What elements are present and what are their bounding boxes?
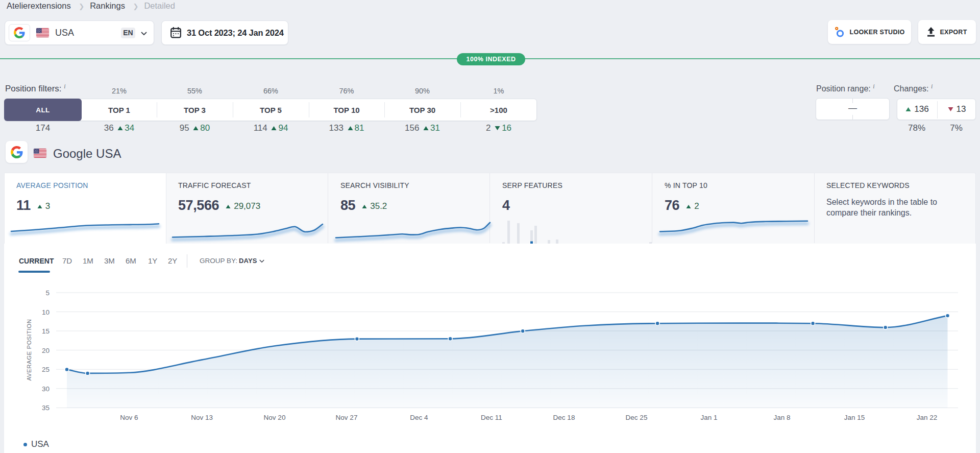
svg-text:5: 5	[45, 289, 50, 297]
svg-text:35: 35	[42, 404, 50, 412]
svg-text:15: 15	[42, 327, 50, 335]
svg-text:Dec 4: Dec 4	[410, 414, 428, 421]
svg-text:25: 25	[42, 366, 50, 373]
svg-text:Jan 1: Jan 1	[700, 414, 717, 421]
svg-text:Dec 11: Dec 11	[481, 414, 502, 421]
svg-text:Nov 6: Nov 6	[120, 414, 138, 421]
svg-text:20: 20	[42, 347, 50, 354]
svg-text:10: 10	[42, 308, 50, 316]
svg-text:Jan 15: Jan 15	[844, 414, 865, 421]
svg-text:Dec 18: Dec 18	[553, 414, 575, 421]
svg-text:Nov 13: Nov 13	[191, 414, 213, 421]
svg-text:Jan 22: Jan 22	[917, 414, 938, 421]
svg-text:30: 30	[42, 385, 50, 393]
svg-text:Jan 8: Jan 8	[773, 414, 790, 421]
svg-text:Nov 20: Nov 20	[264, 414, 286, 421]
svg-text:Nov 27: Nov 27	[336, 414, 358, 421]
svg-text:Dec 25: Dec 25	[626, 414, 648, 421]
